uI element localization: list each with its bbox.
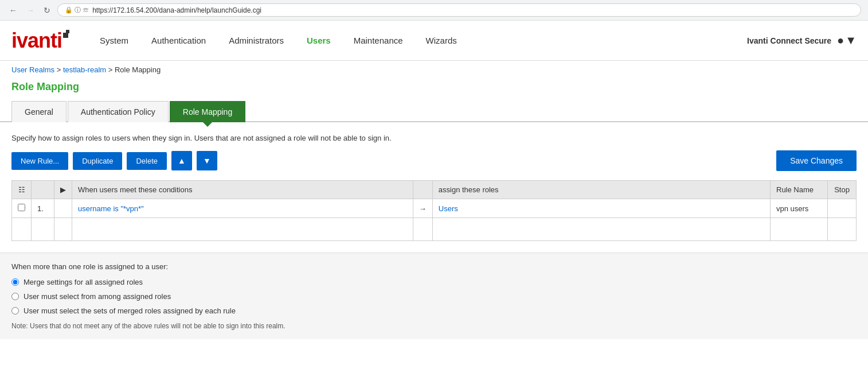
breadcrumb-user-realms[interactable]: User Realms [11, 65, 54, 74]
col-roles-header: assign these roles [432, 181, 770, 199]
nav-wizards[interactable]: Wizards [415, 31, 468, 50]
expand-icon: ▶ [60, 185, 66, 194]
col-expand-header: ▶ [54, 181, 72, 199]
empty-cell-3 [54, 218, 72, 241]
user-menu-button[interactable]: ● ▼ [837, 34, 857, 47]
row-condition-link[interactable]: username is "*vpn*" [78, 204, 144, 213]
note-text: Note: Users that do not meet any of the … [11, 322, 857, 330]
row-rulename-cell: vpn users [771, 199, 828, 218]
page-title: Role Mapping [0, 79, 868, 100]
breadcrumb-sep-2: > [108, 65, 115, 74]
tabs-bar: General Authentication Policy Role Mappi… [0, 100, 868, 122]
duplicate-button[interactable]: Duplicate [73, 152, 122, 170]
row-condition-cell: username is "*vpn*" [72, 199, 413, 218]
empty-row [12, 218, 857, 241]
nav-administrators[interactable]: Administrators [217, 31, 295, 50]
col-rulename-header: Rule Name [771, 181, 828, 199]
col-num-header [32, 181, 54, 199]
dropdown-arrow-icon: ▼ [845, 34, 857, 47]
row-stop-cell [828, 199, 857, 218]
header-right: Ivanti Connect Secure ● ▼ [747, 34, 857, 47]
save-changes-button[interactable]: Save Changes [776, 150, 857, 171]
arrow-down-icon: ▼ [203, 156, 211, 165]
toolbar: New Rule... Duplicate Delete ▲ ▼ Save Ch… [11, 150, 857, 171]
col-checkbox-header: ☷ [12, 181, 32, 199]
radio-select-input[interactable] [11, 293, 19, 300]
radio-group: Merge settings for all assigned roles Us… [11, 278, 857, 315]
empty-cell-2 [32, 218, 54, 241]
radio-merged-sets[interactable]: User must select the sets of merged role… [11, 306, 857, 315]
url-text: https://172.16.54.200/dana-admin/help/la… [92, 6, 261, 14]
breadcrumb-role-mapping: Role Mapping [115, 65, 161, 74]
browser-chrome: ← → ↻ 🔒 ⓘ ☏ https://172.16.54.200/dana-a… [0, 0, 868, 21]
move-down-button[interactable]: ▼ [197, 151, 217, 170]
bottom-section-title: When more than one role is assigned to a… [11, 262, 857, 271]
arrow-up-icon: ▲ [178, 156, 186, 165]
table-header-row: ☷ ▶ When users meet these conditions ass… [12, 181, 857, 199]
empty-cell-7 [771, 218, 828, 241]
radio-merged-sets-input[interactable] [11, 307, 19, 315]
row-num-cell: 1. [32, 199, 54, 218]
nav-users[interactable]: Users [295, 31, 342, 50]
empty-cell-5 [413, 218, 432, 241]
reload-button[interactable]: ↻ [41, 5, 53, 16]
radio-merge[interactable]: Merge settings for all assigned roles [11, 278, 857, 286]
empty-cell-1 [12, 218, 32, 241]
breadcrumb-testlab-realm[interactable]: testlab-realm [63, 65, 106, 74]
back-button[interactable]: ← [7, 5, 19, 16]
rules-table: ☷ ▶ When users meet these conditions ass… [11, 180, 857, 241]
breadcrumb: User Realms > testlab-realm > Role Mappi… [0, 61, 868, 79]
tab-authentication-policy[interactable]: Authentication Policy [68, 101, 169, 122]
empty-cell-6 [432, 218, 770, 241]
address-bar[interactable]: 🔒 ⓘ ☏ https://172.16.54.200/dana-admin/h… [57, 3, 861, 17]
tab-role-mapping[interactable]: Role Mapping [170, 101, 245, 122]
delete-button[interactable]: Delete [127, 152, 167, 170]
new-rule-button[interactable]: New Rule... [11, 152, 68, 170]
logo-area: ivanti [11, 30, 71, 51]
forward-button[interactable]: → [24, 5, 37, 16]
radio-merged-sets-label: User must select the sets of merged role… [24, 306, 236, 315]
table-icon: ☷ [18, 185, 25, 194]
app-header: ivanti System Authentication Administrat… [0, 21, 868, 61]
row-checkbox[interactable] [18, 204, 25, 211]
radio-select-label: User must select from among assigned rol… [24, 292, 171, 301]
col-stop-header: Stop [828, 181, 857, 199]
row-checkbox-cell[interactable] [12, 199, 32, 218]
user-icon: ● [837, 34, 844, 47]
move-up-button[interactable]: ▲ [171, 151, 192, 170]
empty-cell-8 [828, 218, 857, 241]
col-conditions-header: When users meet these conditions [72, 181, 413, 199]
nav-maintenance[interactable]: Maintenance [342, 31, 415, 50]
breadcrumb-sep-1: > [57, 65, 63, 74]
nav-system[interactable]: System [88, 31, 140, 50]
nav-menu: System Authentication Administrators Use… [88, 31, 747, 50]
row-arrow-cell: → [413, 199, 432, 218]
logo-wordmark: ivanti [11, 30, 71, 51]
radio-select[interactable]: User must select from among assigned rol… [11, 292, 857, 301]
row-roles-cell: Users [432, 199, 770, 218]
radio-merge-label: Merge settings for all assigned roles [24, 278, 143, 286]
table-row: 1. username is "*vpn*" → Users vpn users [12, 199, 857, 218]
empty-cell-4 [72, 218, 413, 241]
row-roles-link[interactable]: Users [439, 204, 458, 213]
ivanti-logo: ivanti [11, 30, 71, 51]
security-icon: 🔒 ⓘ ☏ [65, 6, 89, 14]
description-text: Specify how to assign roles to users whe… [11, 134, 857, 142]
row-expand-cell [54, 199, 72, 218]
bottom-section: When more than one role is assigned to a… [0, 253, 868, 339]
col-arrow-header [413, 181, 432, 199]
company-name: Ivanti Connect Secure [747, 36, 831, 45]
tab-general[interactable]: General [11, 101, 67, 122]
content-area: Specify how to assign roles to users whe… [0, 122, 868, 253]
note-content: Note: Users that do not meet any of the … [11, 322, 286, 330]
nav-authentication[interactable]: Authentication [140, 31, 217, 50]
radio-merge-input[interactable] [11, 278, 19, 286]
